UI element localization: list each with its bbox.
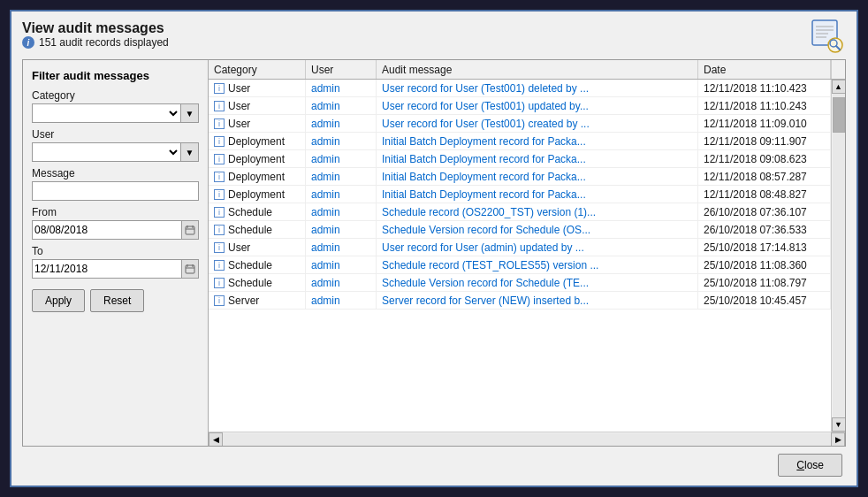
category-select-wrapper: ▼ [32, 103, 199, 123]
td-date: 12/11/2018 09:11.907 [698, 133, 831, 149]
td-message[interactable]: Schedule record (OS2200_TST) version (1)… [377, 203, 698, 220]
td-user[interactable]: admin [306, 133, 377, 149]
td-message[interactable]: Initial Batch Deployment record for Pack… [377, 133, 698, 149]
td-user[interactable]: admin [306, 186, 377, 203]
td-message[interactable]: User record for User (Test001) updated b… [377, 97, 698, 114]
from-label: From [32, 206, 199, 218]
td-message[interactable]: Server record for Server (NEW) inserted … [377, 292, 698, 309]
td-user[interactable]: admin [306, 274, 377, 291]
td-message[interactable]: Schedule record (TEST_ROLES55) version .… [377, 256, 698, 273]
td-message[interactable]: Schedule Version record for Schedule (TE… [377, 274, 698, 291]
td-category: iDeployment [209, 150, 306, 167]
scroll-left-button[interactable]: ◀ [209, 432, 223, 447]
table-row[interactable]: iDeploymentadminInitial Batch Deployment… [209, 168, 831, 186]
table-row[interactable]: iUseradminUser record for User (admin) u… [209, 239, 831, 256]
to-group: To [32, 245, 199, 279]
td-category: iSchedule [209, 221, 306, 238]
td-user[interactable]: admin [306, 221, 377, 238]
table-panel: Category User Audit message Date iUsera [209, 60, 845, 446]
table-row[interactable]: iDeploymentadminInitial Batch Deployment… [209, 133, 831, 150]
category-dropdown-arrow[interactable]: ▼ [181, 103, 199, 123]
dialog-header: View audit messages i 151 audit records … [22, 20, 846, 56]
to-date-picker-button[interactable] [181, 259, 199, 279]
table-header: Category User Audit message Date [209, 60, 845, 80]
from-date-picker-button[interactable] [181, 220, 199, 240]
category-icon: i [214, 136, 225, 147]
table-row[interactable]: iScheduleadminSchedule Version record fo… [209, 274, 831, 292]
td-message[interactable]: Schedule Version record for Schedule (OS… [377, 221, 698, 238]
to-date-input[interactable] [32, 259, 181, 279]
td-user[interactable]: admin [306, 203, 377, 220]
table-row[interactable]: iUseradminUser record for User (Test001)… [209, 97, 831, 115]
table-row[interactable]: iScheduleadminSchedule record (TEST_ROLE… [209, 256, 831, 274]
reset-button[interactable]: Reset [90, 289, 144, 312]
category-icon: i [214, 207, 225, 218]
td-message[interactable]: Initial Batch Deployment record for Pack… [377, 150, 698, 167]
td-category: iUser [209, 97, 306, 114]
td-date: 12/11/2018 11:10.423 [698, 80, 831, 96]
message-input[interactable] [32, 181, 199, 201]
td-message[interactable]: Initial Batch Deployment record for Pack… [377, 186, 698, 203]
td-user[interactable]: admin [306, 292, 377, 309]
td-user[interactable]: admin [306, 256, 377, 273]
category-icon: i [214, 242, 225, 253]
scroll-up-button[interactable]: ▲ [832, 80, 846, 94]
category-select[interactable] [32, 103, 181, 123]
td-date: 26/10/2018 07:36.107 [698, 203, 831, 220]
td-category: iUser [209, 80, 306, 96]
td-category: iSchedule [209, 274, 306, 291]
td-date: 12/11/2018 11:10.243 [698, 97, 831, 114]
category-group: Category ▼ [32, 89, 199, 123]
td-message[interactable]: User record for User (Test001) deleted b… [377, 80, 698, 96]
td-date: 12/11/2018 08:48.827 [698, 186, 831, 203]
td-date: 25/10/2018 10:45.457 [698, 292, 831, 309]
table-row[interactable]: iUseradminUser record for User (Test001)… [209, 80, 831, 97]
td-message[interactable]: Initial Batch Deployment record for Pack… [377, 168, 698, 185]
table-row[interactable]: iUseradminUser record for User (Test001)… [209, 115, 831, 133]
table-row[interactable]: iServeradminServer record for Server (NE… [209, 292, 831, 310]
td-date: 26/10/2018 07:36.533 [698, 221, 831, 238]
td-user[interactable]: admin [306, 115, 377, 132]
td-date: 12/11/2018 11:09.010 [698, 115, 831, 132]
td-user[interactable]: admin [306, 80, 377, 96]
audit-dialog: View audit messages i 151 audit records … [10, 10, 858, 487]
scroll-down-button[interactable]: ▼ [832, 417, 846, 432]
td-message[interactable]: User record for User (Test001) created b… [377, 115, 698, 132]
user-select[interactable] [32, 142, 181, 162]
audit-count-row: i 151 audit records displayed [22, 36, 169, 49]
from-date-input[interactable] [32, 220, 181, 240]
scroll-track[interactable] [833, 94, 845, 417]
vertical-scrollbar[interactable]: ▲ ▼ [831, 80, 845, 432]
apply-button[interactable]: Apply [32, 289, 85, 312]
table-row[interactable]: iScheduleadminSchedule record (OS2200_TS… [209, 203, 831, 221]
td-user[interactable]: admin [306, 168, 377, 185]
filter-panel: Filter audit messages Category ▼ User ▼ … [23, 60, 209, 446]
filter-title: Filter audit messages [32, 69, 199, 82]
table-row[interactable]: iDeploymentadminInitial Batch Deployment… [209, 186, 831, 203]
td-message[interactable]: User record for User (admin) updated by … [377, 239, 698, 256]
scroll-thumb[interactable] [833, 97, 845, 133]
td-user[interactable]: admin [306, 150, 377, 167]
hscroll-track[interactable] [223, 433, 831, 446]
table-row[interactable]: iDeploymentadminInitial Batch Deployment… [209, 150, 831, 168]
dialog-footer: Close [22, 454, 846, 477]
td-user[interactable]: admin [306, 97, 377, 114]
filter-buttons: Apply Reset [32, 289, 199, 312]
close-button[interactable]: Close [778, 454, 842, 477]
table-row[interactable]: iScheduleadminSchedule Version record fo… [209, 221, 831, 239]
table-body[interactable]: iUseradminUser record for User (Test001)… [209, 80, 831, 432]
to-label: To [32, 245, 199, 257]
scroll-right-button[interactable]: ▶ [831, 432, 845, 447]
td-user[interactable]: admin [306, 239, 377, 256]
category-icon: i [214, 83, 225, 94]
th-category: Category [209, 60, 306, 79]
category-icon: i [214, 154, 225, 164]
category-label: Category [32, 89, 199, 102]
message-group: Message [32, 167, 199, 201]
user-dropdown-arrow[interactable]: ▼ [181, 142, 199, 162]
td-date: 25/10/2018 17:14.813 [698, 239, 831, 256]
category-icon: i [214, 278, 225, 288]
th-message: Audit message [377, 60, 698, 79]
category-icon: i [214, 225, 225, 235]
td-date: 25/10/2018 11:08.360 [698, 256, 831, 273]
